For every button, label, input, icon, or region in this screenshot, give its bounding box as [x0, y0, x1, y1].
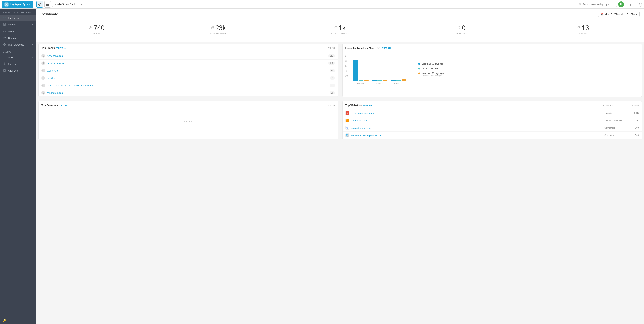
- bar: [359, 80, 363, 81]
- website-domain[interactable]: websitereview.corp.apple.com: [351, 134, 602, 137]
- sidebar-item-internet-access[interactable]: Internet Access ▾: [0, 41, 36, 48]
- bar: [364, 80, 368, 81]
- svg-point-9: [5, 37, 6, 38]
- users-label: Users: [8, 30, 14, 33]
- stat-blocks-bar: [334, 37, 346, 37]
- block-row: u.openx.net 80: [38, 67, 338, 74]
- bar: [396, 80, 401, 81]
- stat-visits-value: 23k: [215, 24, 226, 32]
- sidebar-item-audit-log[interactable]: Audit Log: [0, 67, 36, 74]
- dashboard-label: Dashboard: [8, 17, 20, 19]
- lock-icon[interactable]: 🔑: [3, 319, 6, 322]
- website-favicon: 🌐: [346, 134, 349, 137]
- legend-dot: [418, 63, 420, 65]
- calendar-icon: 📅: [600, 13, 603, 15]
- bar-group: [372, 80, 388, 81]
- brand-logo[interactable]: Lightspeed Systems: [2, 1, 34, 8]
- block-favicon: [42, 54, 45, 58]
- svg-rect-3: [46, 4, 49, 4]
- group-dropdown[interactable]: Middle School Stud... ▼: [52, 2, 85, 7]
- groups-icon: [3, 36, 6, 39]
- website-domain[interactable]: apsva.instructure.com: [351, 112, 602, 115]
- stat-videos-icon: [578, 26, 581, 30]
- sidebar-item-users[interactable]: Users: [0, 28, 36, 35]
- block-row: tr.snapchat.com 262: [38, 52, 338, 60]
- help-icon[interactable]: ?: [637, 2, 642, 7]
- bar-x-labels: RECENTLYINACTIVEAWAY: [350, 81, 404, 84]
- website-category: Education - Games: [604, 119, 632, 122]
- svg-rect-4: [46, 5, 49, 5]
- x-label: RECENTLY: [354, 82, 368, 84]
- sidebar-item-reports[interactable]: Reports ▾: [0, 21, 36, 28]
- website-favicon: 🟧: [346, 119, 349, 122]
- svg-line-34: [43, 85, 44, 86]
- main-layout: MIDDLE SCHOOL STUDENTS Dashboard Reports…: [0, 9, 644, 324]
- bar-group: [391, 79, 406, 81]
- chart-container: 1007550250 RECENTLYINACTIVEAWAY Less tha…: [342, 52, 642, 87]
- no-data-label: No Data: [38, 109, 338, 134]
- page-title: Dashboard: [40, 12, 596, 16]
- legend-sub: Less than 60 days ago: [422, 75, 444, 77]
- info-icon[interactable]: ⓘ: [378, 47, 380, 50]
- block-row: ct.pinterest.com 29: [38, 89, 338, 97]
- block-domain[interactable]: pandata-events.prod-iad.inshosteddata.co…: [47, 84, 328, 87]
- top-searches-panel: Top Searches VIEW ALL VISITS No Data: [38, 101, 338, 139]
- top-websites-list: A apsva.instructure.com Education 2.6K 🟧…: [342, 109, 642, 139]
- website-visits: 533: [635, 134, 639, 137]
- top-websites-view-all[interactable]: VIEW ALL: [363, 104, 372, 106]
- content: Dashboard 📅 Mar 19, 2023 - Mar 19, 2023 …: [36, 9, 644, 324]
- sidebar-item-groups[interactable]: Groups: [0, 35, 36, 41]
- svg-line-21: [335, 26, 337, 29]
- block-visits: 31: [330, 84, 335, 87]
- grid-icon[interactable]: ⋮⋮⋮: [626, 2, 635, 6]
- stat-searches-label: SEARCHES: [456, 33, 467, 35]
- audit-log-label: Audit Log: [8, 69, 18, 72]
- top-searches-view-all[interactable]: VIEW ALL: [59, 104, 69, 106]
- stat-visits-icon: [211, 26, 214, 30]
- block-domain[interactable]: tr.snapchat.com: [47, 55, 326, 57]
- block-row: pandata-events.prod-iad.inshosteddata.co…: [38, 82, 338, 89]
- bar-chart: [350, 55, 410, 81]
- more-label: More: [8, 56, 14, 59]
- top-blocks-view-all[interactable]: VIEW ALL: [56, 47, 66, 49]
- top-searches-col-label: VISITS: [328, 104, 335, 106]
- block-visits: 262: [328, 54, 335, 57]
- list-nav-button[interactable]: [44, 1, 51, 7]
- svg-point-15: [4, 63, 5, 64]
- users-by-time-view-all[interactable]: VIEW ALL: [382, 47, 392, 49]
- dashboard-icon: [3, 16, 6, 19]
- legend-item: More than 30 days ago Less than 60 days …: [418, 72, 444, 77]
- top-websites-col-visits: VISITS: [632, 104, 639, 106]
- search-input[interactable]: [582, 3, 615, 5]
- svg-line-26: [43, 55, 44, 56]
- users-by-time-header: Users by Time Last Seen ⓘ VIEW ALL: [342, 44, 642, 52]
- block-domain[interactable]: u.openx.net: [47, 69, 328, 72]
- internet-access-chevron: ▾: [32, 43, 33, 46]
- block-domain[interactable]: ct.pinterest.com: [47, 92, 328, 94]
- sidebar-section-students: MIDDLE SCHOOL STUDENTS: [0, 9, 36, 15]
- panels-row-1: Top Blocks VIEW ALL VISITS tr.snapchat.c…: [36, 42, 644, 99]
- sidebar-item-dashboard[interactable]: Dashboard: [0, 15, 36, 21]
- block-domain[interactable]: ap.lijit.com: [47, 77, 328, 79]
- date-range-chevron: ▾: [636, 13, 637, 15]
- top-websites-header: Top Websites VIEW ALL CATEGORY VISITS: [342, 101, 642, 109]
- website-visits: 2.6K: [634, 112, 639, 114]
- website-domain[interactable]: accounts.google.com: [351, 127, 602, 129]
- website-favicon: A: [346, 111, 349, 115]
- history-nav-button[interactable]: [36, 1, 43, 7]
- sidebar-item-settings[interactable]: Settings ▾: [0, 61, 36, 67]
- block-domain[interactable]: m.stripe.network: [47, 62, 326, 65]
- more-chevron: ▾: [32, 56, 33, 58]
- groups-label: Groups: [8, 37, 16, 39]
- topnav: Lightspeed Systems Middle School Stud...…: [0, 0, 644, 9]
- panels-row-2: Top Searches VIEW ALL VISITS No Data Top…: [36, 99, 644, 142]
- top-blocks-title: Top Blocks: [42, 47, 55, 49]
- avatar[interactable]: AL: [618, 1, 624, 7]
- date-range-label: Mar 19, 2023 - Mar 19, 2023: [605, 13, 634, 15]
- group-name: Middle School Stud...: [55, 3, 77, 5]
- website-domain[interactable]: scratch.mit.edu: [351, 119, 602, 122]
- sidebar-item-more[interactable]: More ▾: [0, 54, 36, 61]
- date-range-button[interactable]: 📅 Mar 19, 2023 - Mar 19, 2023 ▾: [598, 11, 640, 17]
- search-box[interactable]: [577, 2, 617, 7]
- settings-chevron: ▾: [32, 63, 33, 65]
